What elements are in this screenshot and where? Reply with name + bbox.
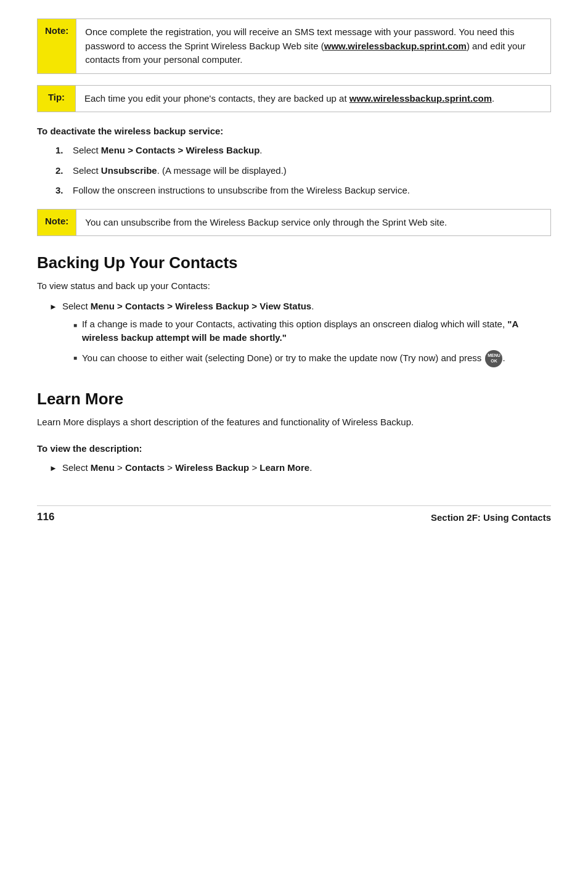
backing-up-heading: Backing Up Your Contacts	[37, 253, 551, 272]
tip1-text-before: Each time you edit your phone's contacts…	[84, 93, 349, 104]
footer-bar: 116 Section 2F: Using Contacts	[37, 505, 551, 523]
learn-more-subheading: To view the description:	[37, 443, 551, 454]
backing-up-bullet-1: ► Select Menu > Contacts > Wireless Back…	[49, 300, 551, 372]
backing-bullet-bold: Menu > Contacts > Wireless Backup > View…	[91, 301, 311, 311]
step-num-2: 2.	[55, 164, 73, 178]
note-label-text-2: Note:	[45, 216, 68, 226]
tip1-text-after: .	[492, 93, 494, 104]
step-text-3: Follow the onscreen instructions to unsu…	[73, 184, 410, 198]
deactivate-step-2: 2. Select Unsubscribe. (A message will b…	[55, 164, 551, 178]
step-num-3: 3.	[55, 184, 73, 198]
tip1-link[interactable]: www.wirelessbackup.sprint.com	[349, 93, 492, 104]
footer-section: Section 2F: Using Contacts	[431, 512, 551, 523]
note-box-2: Note: You can unsubscribe from the Wirel…	[37, 209, 551, 237]
sub-bullet-icon-1: ■	[73, 321, 77, 330]
backing-bullet-after: .	[311, 301, 314, 311]
sub-bullet-text-2: You can choose to either wait (selecting…	[82, 350, 505, 367]
deactivate-steps: 1. Select Menu > Contacts > Wireless Bac…	[55, 144, 551, 198]
note-box-1: Note: Once complete the registration, yo…	[37, 18, 551, 74]
learn-more-bullet-1: ► Select Menu > Contacts > Wireless Back…	[49, 461, 551, 475]
sub-bullet-icon-2: ■	[73, 353, 77, 362]
tip-label-1: Tip:	[38, 86, 76, 112]
sub-bullet-2: ■ You can choose to either wait (selecti…	[73, 350, 551, 367]
note-content-1: Once complete the registration, you will…	[76, 19, 550, 73]
backing-up-bullets: ► Select Menu > Contacts > Wireless Back…	[49, 300, 551, 372]
learn-more-bullet-text: Select Menu > Contacts > Wireless Backup…	[62, 461, 312, 475]
note1-link[interactable]: www.wirelessbackup.sprint.com	[324, 41, 467, 51]
step-text-2: Select Unsubscribe. (A message will be d…	[73, 164, 287, 178]
tip-content-1: Each time you edit your phone's contacts…	[76, 86, 503, 112]
deactivate-heading: To deactivate the wireless backup servic…	[37, 126, 551, 136]
backing-bullet-before: Select	[62, 301, 91, 311]
step-num-1: 1.	[55, 144, 73, 158]
footer-page: 116	[37, 511, 54, 523]
arrow-icon-2: ►	[49, 462, 57, 475]
note-label-1: Note:	[38, 19, 76, 73]
sub-bullet-1: ■ If a change is made to your Contacts, …	[73, 317, 551, 345]
learn-more-heading: Learn More	[37, 390, 551, 409]
note-label-2: Note:	[38, 210, 76, 236]
backing-up-intro: To view status and back up your Contacts…	[37, 279, 551, 293]
step-text-1: Select Menu > Contacts > Wireless Backup…	[73, 144, 262, 158]
deactivate-step-3: 3. Follow the onscreen instructions to u…	[55, 184, 551, 198]
arrow-icon-1: ►	[49, 301, 57, 313]
learn-more-intro: Learn More displays a short description …	[37, 415, 551, 430]
note-label-text-1: Note:	[45, 25, 68, 36]
note-content-2: You can unsubscribe from the Wireless Ba…	[76, 210, 455, 236]
backing-up-bullet-text-1: Select Menu > Contacts > Wireless Backup…	[62, 300, 551, 372]
menu-ok-button: MENUOK	[485, 350, 502, 367]
deactivate-step-1: 1. Select Menu > Contacts > Wireless Bac…	[55, 144, 551, 158]
sub-bullet-text-1: If a change is made to your Contacts, ac…	[82, 317, 551, 345]
tip-box-1: Tip: Each time you edit your phone's con…	[37, 85, 551, 113]
sub-bullet-list: ■ If a change is made to your Contacts, …	[73, 317, 551, 367]
learn-more-bullets: ► Select Menu > Contacts > Wireless Back…	[49, 461, 551, 475]
tip-label-text-1: Tip:	[48, 92, 65, 102]
